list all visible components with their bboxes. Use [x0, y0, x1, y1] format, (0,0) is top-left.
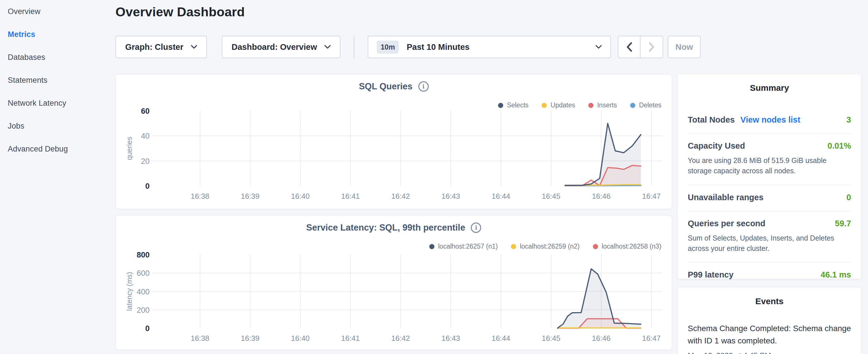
summary-row: Unavailable ranges0: [688, 185, 851, 212]
summary-panel: Summary Total NodesView nodes list3Capac…: [677, 74, 862, 279]
y-axis-unit-label: queries: [125, 137, 133, 160]
service-latency-chart-card: Service Latency: SQL, 99th percentile i …: [116, 215, 672, 350]
page-title: Overview Dashboard: [116, 5, 245, 20]
y-axis-tick-label: 600: [137, 269, 150, 278]
time-window-label: Past 10 Minutes: [407, 42, 469, 52]
summary-row-value: 46.1 ms: [821, 270, 851, 280]
chevron-right-icon: [649, 42, 654, 52]
x-axis-tick-label: 16:46: [592, 334, 610, 343]
view-nodes-list-link[interactable]: View nodes list: [741, 115, 800, 125]
summary-row-label: Total Nodes: [688, 115, 735, 125]
y-axis-tick-label: 200: [137, 306, 150, 315]
summary-row: Total NodesView nodes list3: [688, 108, 851, 134]
time-window-badge: 10m: [377, 41, 399, 54]
controls-row: Graph: Cluster Dashboard: Overview 10m P…: [116, 36, 701, 58]
summary-row-description: Sum of Selects, Updates, Inserts, and De…: [688, 233, 851, 254]
next-interval-button[interactable]: [641, 36, 663, 58]
sidebar-item-statements[interactable]: Statements: [0, 69, 115, 92]
x-axis-tick-label: 16:40: [291, 192, 309, 200]
x-axis-tick-label: 16:42: [391, 192, 410, 200]
chevron-down-icon: [595, 45, 602, 49]
events-panel: Events Schema Change Completed: Schema c…: [677, 287, 862, 354]
prev-interval-button[interactable]: [618, 36, 641, 58]
x-axis-tick-label: 16:47: [642, 192, 660, 200]
sidebar-nav: OverviewMetricsDatabasesStatementsNetwor…: [0, 0, 115, 160]
y-axis-unit-label: latency (ms): [125, 272, 133, 311]
event-list-item[interactable]: Schema Change Completed: Schema change w…: [688, 322, 851, 354]
summary-title: Summary: [677, 83, 861, 93]
y-axis-tick-label: 60: [141, 107, 150, 116]
x-axis-tick-label: 16:46: [592, 192, 610, 200]
event-text: Schema Change Completed: Schema change w…: [688, 322, 851, 347]
dashboard-dropdown-label: Dashboard: Overview: [231, 42, 317, 52]
summary-row-description: You are using 28.6 MiB of 515.9 GiB usab…: [688, 155, 851, 176]
graph-dropdown-label: Graph: Cluster: [125, 42, 183, 52]
sidebar-item-metrics[interactable]: Metrics: [0, 23, 115, 46]
summary-rows: Total NodesView nodes list3Capacity Used…: [688, 108, 851, 288]
time-pager: [618, 36, 663, 58]
y-axis-tick-label: 400: [137, 288, 150, 296]
sql-queries-chart-card: SQL Queries i SelectsUpdatesInsertsDelet…: [116, 74, 672, 209]
x-axis-tick-label: 16:44: [492, 334, 510, 343]
y-axis-tick-label: 800: [137, 251, 150, 259]
chevron-left-icon: [626, 42, 632, 52]
summary-row-value: 0: [846, 193, 851, 202]
sidebar-item-overview[interactable]: Overview: [0, 0, 115, 23]
y-axis-tick-label: 40: [141, 132, 150, 140]
sidebar-item-network-latency[interactable]: Network Latency: [0, 92, 115, 115]
x-axis-tick-label: 16:38: [191, 334, 209, 343]
time-window-dropdown[interactable]: 10m Past 10 Minutes: [368, 36, 611, 58]
sidebar-item-advanced-debug[interactable]: Advanced Debug: [0, 137, 115, 160]
event-timestamp: May 13, 2020 at 4:45 PM: [688, 351, 851, 354]
summary-row: Capacity Used0.01%You are using 28.6 MiB…: [688, 134, 851, 185]
summary-row-label: Queries per second: [688, 219, 766, 228]
dashboard-dropdown[interactable]: Dashboard: Overview: [222, 36, 340, 58]
now-button[interactable]: Now: [668, 36, 701, 58]
graph-dropdown[interactable]: Graph: Cluster: [116, 36, 207, 58]
x-axis-tick-label: 16:44: [492, 192, 510, 200]
summary-row-value: 59.7: [835, 219, 851, 228]
sql-queries-plot[interactable]: 16:3816:3916:4016:4116:4216:4316:4416:45…: [116, 74, 672, 210]
divider: [353, 36, 354, 58]
y-axis-tick-label: 0: [145, 324, 150, 333]
summary-row-value: 3: [846, 115, 851, 125]
chevron-down-icon: [324, 45, 331, 49]
sidebar-item-databases[interactable]: Databases: [0, 46, 115, 69]
x-axis-tick-label: 16:45: [541, 334, 560, 343]
service-latency-plot[interactable]: 16:3816:3916:4016:4116:4216:4316:4416:45…: [116, 216, 672, 350]
x-axis-tick-label: 16:41: [341, 192, 360, 200]
x-axis-tick-label: 16:39: [241, 192, 259, 200]
x-axis-tick-label: 16:42: [391, 334, 410, 343]
x-axis-tick-label: 16:43: [441, 334, 460, 343]
events-title: Events: [677, 296, 861, 306]
chevron-down-icon: [191, 45, 197, 49]
x-axis-tick-label: 16:41: [341, 334, 360, 343]
x-axis-tick-label: 16:47: [642, 334, 660, 343]
summary-row: Queries per second59.7Sum of Selects, Up…: [688, 212, 851, 263]
x-axis-tick-label: 16:38: [191, 192, 209, 200]
x-axis-tick-label: 16:40: [291, 334, 309, 343]
summary-row-label: Unavailable ranges: [688, 193, 764, 202]
y-axis-tick-label: 20: [141, 157, 150, 165]
summary-row-value: 0.01%: [828, 141, 851, 151]
summary-row-label: P99 latency: [688, 270, 734, 280]
x-axis-tick-label: 16:45: [541, 192, 560, 200]
summary-row: P99 latency46.1 ms: [688, 263, 851, 288]
x-axis-tick-label: 16:43: [441, 192, 460, 200]
x-axis-tick-label: 16:39: [241, 334, 259, 343]
y-axis-tick-label: 0: [145, 182, 150, 190]
summary-row-label: Capacity Used: [688, 141, 745, 151]
app-root: OverviewMetricsDatabasesStatementsNetwor…: [0, 0, 868, 354]
sidebar-item-jobs[interactable]: Jobs: [0, 115, 115, 137]
